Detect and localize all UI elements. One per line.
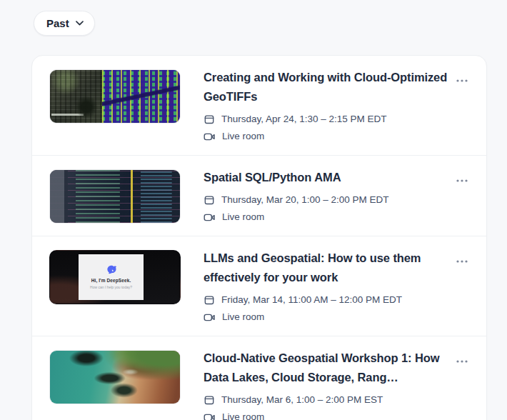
event-info: LLMs and Geospatial: How to use them eff…	[204, 248, 448, 324]
chevron-down-icon	[76, 21, 84, 26]
event-thumbnail[interactable]: Hi, I'm DeepSeek. How can I help you tod…	[49, 250, 181, 304]
event-info: Creating and Working with Cloud-Optimize…	[204, 67, 448, 144]
event-row[interactable]: Cloud-Native Geospatial Workshop 1: How …	[32, 336, 486, 420]
event-thumbnail[interactable]	[49, 350, 181, 404]
deepseek-whale-logo	[105, 265, 117, 274]
calendar-icon	[204, 194, 215, 206]
event-location: Live room	[204, 129, 448, 144]
event-datetime: Thursday, Mar 20, 1:00 – 2:00 PM EDT	[204, 193, 448, 207]
event-datetime: Friday, Mar 14, 11:00 AM – 12:00 PM EDT	[204, 293, 448, 307]
event-title[interactable]: Spatial SQL/Python AMA	[204, 168, 448, 187]
event-datetime: Thursday, Mar 6, 1:00 – 2:00 PM EST	[204, 393, 448, 407]
ellipsis-icon	[456, 79, 468, 82]
event-datetime: Thursday, Apr 24, 1:30 – 2:15 PM EDT	[204, 112, 448, 126]
event-row[interactable]: Creating and Working with Cloud-Optimize…	[32, 56, 486, 155]
event-thumbnail[interactable]	[49, 69, 181, 124]
satellite-image	[50, 70, 102, 123]
calendar-icon	[204, 394, 215, 406]
filter-label: Past	[46, 17, 69, 29]
event-datetime-text: Thursday, Apr 24, 1:30 – 2:15 PM EDT	[221, 112, 387, 126]
video-camera-icon	[204, 131, 216, 142]
event-datetime-text: Thursday, Mar 6, 1:00 – 2:00 PM EST	[221, 393, 383, 407]
event-location-text: Live room	[222, 310, 264, 324]
video-camera-icon	[204, 312, 216, 323]
event-title[interactable]: Creating and Working with Cloud-Optimize…	[204, 68, 448, 106]
ellipsis-icon	[456, 179, 468, 182]
event-datetime-text: Friday, Mar 14, 11:00 AM – 12:00 PM EDT	[221, 293, 402, 307]
event-info: Cloud-Native Geospatial Workshop 1: How …	[204, 348, 448, 420]
deepseek-app-screen: Hi, I'm DeepSeek. How can I help you tod…	[79, 254, 144, 300]
deepseek-subtext: How can I help you today?	[90, 285, 132, 289]
more-options-button[interactable]	[453, 354, 471, 369]
event-thumbnail[interactable]	[49, 169, 181, 224]
raster-colormap-image	[102, 70, 180, 123]
event-info: Spatial SQL/Python AMA Thursday, Mar 20,…	[204, 167, 448, 224]
event-location-text: Live room	[222, 410, 264, 420]
event-location-text: Live room	[222, 129, 264, 144]
event-row[interactable]: Spatial SQL/Python AMA Thursday, Mar 20,…	[32, 155, 486, 236]
calendar-icon	[204, 114, 215, 125]
event-location: Live room	[204, 410, 448, 420]
deepseek-headline: Hi, I'm DeepSeek.	[91, 278, 131, 283]
video-camera-icon	[204, 412, 216, 420]
event-location-text: Live room	[222, 210, 264, 224]
event-title[interactable]: Cloud-Native Geospatial Workshop 1: How …	[204, 349, 448, 387]
ellipsis-icon	[456, 360, 468, 363]
event-title[interactable]: LLMs and Geospatial: How to use them eff…	[204, 249, 448, 287]
calendar-icon	[204, 294, 215, 306]
event-location: Live room	[204, 210, 448, 224]
past-filter-button[interactable]: Past	[34, 11, 95, 36]
event-row[interactable]: Hi, I'm DeepSeek. How can I help you tod…	[32, 236, 486, 336]
ellipsis-icon	[456, 260, 468, 263]
video-camera-icon	[204, 212, 216, 223]
event-location: Live room	[204, 310, 448, 324]
more-options-button[interactable]	[453, 254, 471, 269]
event-datetime-text: Thursday, Mar 20, 1:00 – 2:00 PM EDT	[221, 193, 389, 207]
events-list-card: Creating and Working with Cloud-Optimize…	[31, 55, 487, 420]
aerial-coastline-image	[50, 351, 180, 404]
more-options-button[interactable]	[453, 174, 471, 188]
code-screen-image	[50, 170, 180, 223]
more-options-button[interactable]	[453, 74, 471, 88]
